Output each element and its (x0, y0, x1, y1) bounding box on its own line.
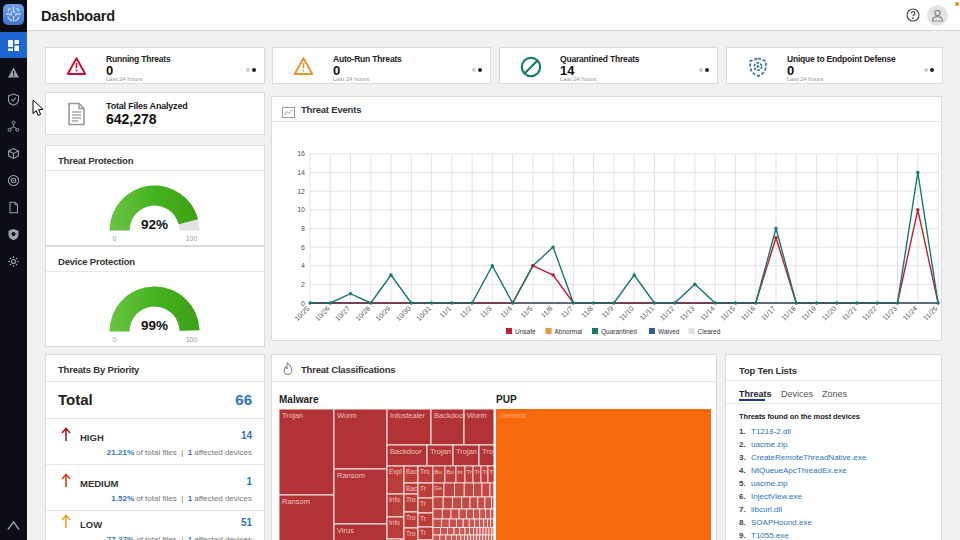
svg-text:11/14: 11/14 (699, 305, 716, 322)
svg-text:Bac: Bac (406, 468, 418, 475)
svg-text:11/11: 11/11 (639, 305, 656, 322)
svg-text:11/15: 11/15 (719, 305, 736, 322)
svg-text:14: 14 (297, 169, 305, 176)
svg-text:11/16: 11/16 (739, 305, 756, 322)
svg-text:Worm: Worm (467, 411, 487, 420)
svg-text:11/2: 11/2 (459, 305, 473, 319)
svg-text:Backdoor: Backdoor (390, 447, 422, 456)
svg-text:Waived: Waived (658, 328, 680, 335)
svg-text:0: 0 (113, 336, 117, 343)
svg-text:11/4: 11/4 (499, 305, 513, 319)
svg-text:11/18: 11/18 (780, 305, 797, 322)
svg-text:Quarantined: Quarantined (601, 328, 637, 336)
svg-text:0: 0 (113, 235, 117, 242)
svg-text:Bu: Bu (447, 469, 454, 475)
svg-text:Tr: Tr (420, 500, 427, 507)
svg-text:11/8: 11/8 (580, 305, 594, 319)
svg-text:11/23: 11/23 (881, 305, 898, 322)
svg-text:11/13: 11/13 (679, 305, 696, 322)
svg-text:Tro: Tro (406, 530, 416, 537)
svg-text:Trojan: Trojan (456, 447, 477, 456)
svg-text:11/24: 11/24 (902, 305, 919, 322)
svg-text:Virus: Virus (337, 526, 354, 535)
svg-text:10/29: 10/29 (374, 305, 391, 322)
svg-text:16: 16 (297, 150, 305, 157)
svg-text:Tr: Tr (420, 485, 427, 492)
svg-text:10/27: 10/27 (334, 305, 351, 322)
svg-text:Tr: Tr (420, 529, 427, 536)
svg-text:11/10: 11/10 (618, 305, 635, 322)
svg-text:11/25: 11/25 (922, 305, 939, 322)
svg-text:11/7: 11/7 (560, 305, 574, 319)
svg-text:Generic: Generic (500, 411, 527, 420)
svg-text:Ransom: Ransom (337, 471, 365, 480)
svg-text:Info: Info (389, 519, 400, 526)
svg-text:100: 100 (186, 336, 198, 343)
svg-text:4: 4 (301, 262, 305, 269)
svg-text:In: In (458, 469, 463, 475)
svg-text:92%: 92% (141, 217, 168, 232)
svg-text:Trojan: Trojan (430, 447, 451, 456)
svg-text:11/9: 11/9 (600, 305, 614, 319)
svg-text:Tro: Tro (406, 496, 416, 503)
svg-text:2: 2 (301, 281, 305, 288)
svg-text:11/3: 11/3 (479, 305, 493, 319)
svg-text:Bac: Bac (406, 485, 418, 492)
svg-text:Ransom: Ransom (282, 497, 310, 506)
svg-text:10: 10 (297, 206, 305, 213)
svg-text:Abnormal: Abnormal (555, 328, 583, 335)
svg-text:11/21: 11/21 (841, 305, 858, 322)
svg-text:Tr: Tr (475, 469, 480, 475)
svg-text:10/26: 10/26 (314, 305, 331, 322)
svg-text:Bu: Bu (435, 469, 442, 475)
svg-text:12: 12 (297, 188, 305, 195)
svg-text:11/12: 11/12 (658, 305, 675, 322)
svg-text:Worm: Worm (337, 411, 357, 420)
svg-text:11/5: 11/5 (519, 305, 533, 319)
svg-text:10/30: 10/30 (395, 305, 412, 322)
svg-text:11/1: 11/1 (438, 305, 452, 319)
svg-text:11/6: 11/6 (540, 305, 554, 319)
svg-text:6: 6 (301, 244, 305, 251)
svg-text:Info: Info (389, 496, 400, 503)
svg-text:100: 100 (186, 235, 198, 242)
svg-text:Backdoor: Backdoor (434, 411, 466, 420)
svg-text:10/25: 10/25 (293, 305, 310, 322)
svg-text:Tr: Tr (467, 469, 472, 475)
svg-text:10/31: 10/31 (415, 305, 432, 322)
svg-text:99%: 99% (141, 318, 168, 333)
svg-text:Infostealer: Infostealer (390, 411, 426, 420)
svg-text:8: 8 (301, 225, 305, 232)
svg-text:Expl: Expl (389, 468, 402, 476)
svg-text:T: T (490, 469, 494, 475)
svg-text:Cleared: Cleared (698, 328, 721, 335)
svg-text:11/20: 11/20 (821, 305, 838, 322)
svg-text:Ge: Ge (435, 485, 442, 491)
svg-text:Troj: Troj (482, 447, 495, 456)
svg-text:Tr: Tr (483, 469, 488, 475)
svg-text:11/19: 11/19 (800, 305, 817, 322)
svg-text:Trojan: Trojan (282, 411, 303, 420)
svg-text:10/28: 10/28 (354, 305, 371, 322)
svg-text:Tro: Tro (406, 514, 416, 521)
svg-text:11/22: 11/22 (861, 305, 878, 322)
svg-text:Tro: Tro (420, 468, 430, 475)
svg-text:Tr: Tr (420, 515, 427, 522)
svg-text:11/17: 11/17 (760, 305, 777, 322)
svg-text:Unsafe: Unsafe (515, 328, 536, 335)
